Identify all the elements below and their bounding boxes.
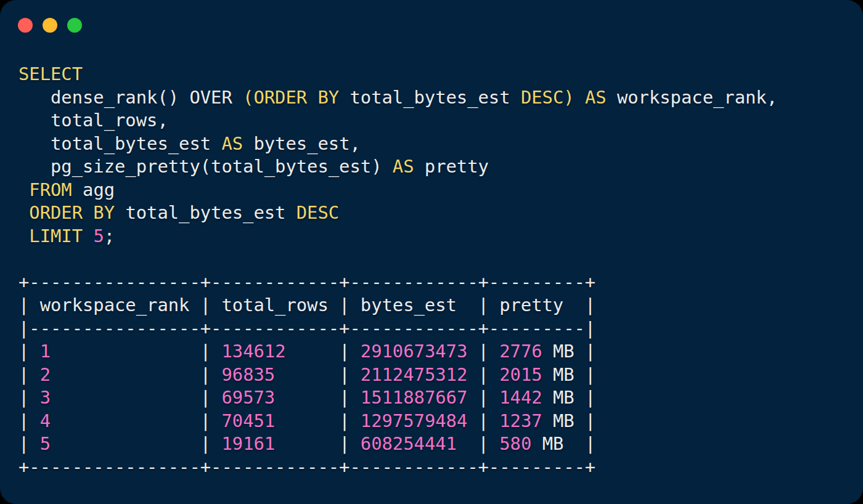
table-row: | 5 | 19161 | 608254441 | 580 MB | bbox=[18, 433, 777, 456]
table-cell-text bbox=[467, 387, 478, 408]
table-cell-text bbox=[211, 433, 221, 454]
table-cell-divider: | bbox=[585, 364, 595, 385]
table-cell-text bbox=[211, 364, 221, 385]
table-cell-text bbox=[275, 364, 339, 385]
sql-token bbox=[18, 179, 29, 200]
table-cell-text: MB bbox=[542, 387, 585, 408]
table-cell-text bbox=[275, 410, 339, 431]
table-cell-divider: | bbox=[478, 387, 489, 408]
table-cell-divider: | bbox=[200, 364, 211, 385]
table-cell-text: 4 bbox=[40, 410, 51, 431]
sql-line: total_rows, bbox=[18, 109, 777, 132]
table-bottom-border: +----------------+------------+---------… bbox=[18, 456, 777, 479]
table-cell-text: 1442 bbox=[499, 387, 542, 408]
table-header-separator: |----------------+------------+---------… bbox=[18, 317, 777, 341]
table-cell-divider: | bbox=[18, 410, 29, 431]
table-cell-divider: | bbox=[585, 387, 595, 408]
table-cell-text: 2015 bbox=[499, 364, 542, 385]
table-row: | 4 | 70451 | 1297579484 | 1237 MB | bbox=[18, 410, 777, 433]
table-cell-divider: | bbox=[18, 341, 29, 362]
sql-line: FROM agg bbox=[18, 179, 777, 202]
table-cell-text bbox=[51, 387, 200, 408]
sql-token: workspace_rank, bbox=[607, 87, 777, 108]
table-cell-text bbox=[51, 364, 200, 385]
sql-line: SELECT bbox=[18, 63, 777, 86]
sql-token: ORDER BY bbox=[29, 202, 115, 223]
table-cell-text: MB bbox=[542, 410, 585, 431]
sql-token bbox=[575, 87, 585, 108]
table-cell-text: 580 bbox=[499, 433, 531, 454]
table-cell-text bbox=[29, 387, 39, 408]
table-cell-text: 96835 bbox=[221, 364, 275, 385]
table-cell-divider: | bbox=[585, 433, 595, 454]
sql-token: DESC bbox=[297, 202, 339, 223]
table-cell-text: 2112475312 bbox=[361, 364, 467, 385]
table-cell-text bbox=[285, 341, 339, 362]
sql-token: pg_size_pretty(total_bytes_est) bbox=[18, 156, 393, 177]
sql-token: FROM bbox=[29, 179, 72, 200]
table-cell-divider: | bbox=[478, 433, 489, 454]
table-cell-text bbox=[29, 341, 39, 362]
window-controls bbox=[18, 18, 82, 33]
table-cell-text bbox=[350, 410, 361, 431]
table-cell-text: MB bbox=[542, 364, 585, 385]
sql-token: LIMIT bbox=[29, 226, 83, 246]
table-cell-text bbox=[350, 433, 361, 454]
table-cell-text bbox=[275, 433, 339, 454]
maximize-button[interactable] bbox=[67, 18, 82, 33]
sql-token: (ORDER BY bbox=[243, 87, 339, 108]
table-cell-text: 608254441 bbox=[361, 433, 457, 454]
sql-line: ORDER BY total_bytes_est DESC bbox=[18, 201, 777, 225]
terminal-content: SELECT dense_rank() OVER (ORDER BY total… bbox=[18, 63, 777, 479]
table-cell-text bbox=[350, 364, 361, 385]
sql-token bbox=[83, 226, 93, 246]
table-cell-text: 1297579484 bbox=[361, 410, 467, 431]
close-button[interactable] bbox=[18, 18, 33, 33]
table-row: | 1 | 134612 | 2910673473 | 2776 MB | bbox=[18, 340, 777, 364]
table-cell-text bbox=[51, 341, 200, 362]
table-cell-text: 5 bbox=[40, 433, 51, 454]
table-cell-text: 2910673473 bbox=[361, 341, 467, 362]
table-cell-divider: | bbox=[200, 341, 211, 362]
table-cell-text bbox=[51, 410, 200, 431]
sql-token: dense_rank() OVER bbox=[18, 87, 243, 108]
table-cell-divider: | bbox=[478, 364, 489, 385]
table-cell-text bbox=[489, 410, 499, 431]
table-cell-text bbox=[350, 387, 361, 408]
table-cell-divider: | bbox=[200, 433, 211, 454]
sql-token: total_bytes_est bbox=[115, 202, 297, 223]
table-cell-text: MB bbox=[542, 341, 585, 362]
table-cell-text bbox=[275, 387, 339, 408]
table-cell-text: 134612 bbox=[221, 341, 285, 362]
minimize-button[interactable] bbox=[43, 18, 57, 33]
table-cell-text bbox=[350, 341, 361, 362]
table-cell-text bbox=[457, 433, 478, 454]
table-cell-text: 2 bbox=[40, 364, 51, 385]
table-cell-divider: | bbox=[18, 433, 29, 454]
table-cell-text bbox=[489, 433, 499, 454]
sql-token: SELECT bbox=[18, 63, 83, 84]
sql-token: total_rows, bbox=[18, 110, 168, 131]
sql-token: AS bbox=[585, 87, 607, 108]
table-cell-divider: | bbox=[339, 387, 350, 408]
sql-token: agg bbox=[72, 179, 115, 200]
table-cell-divider: | bbox=[339, 341, 350, 362]
table-cell-divider: | bbox=[339, 410, 350, 431]
table-cell-text bbox=[467, 341, 478, 362]
sql-line: total_bytes_est AS bytes_est, bbox=[18, 132, 777, 156]
table-row: | 3 | 69573 | 1511887667 | 1442 MB | bbox=[18, 386, 777, 410]
sql-token: pretty bbox=[414, 156, 489, 177]
table-cell-text bbox=[211, 341, 221, 362]
table-cell-divider: | bbox=[339, 364, 350, 385]
table-row: | 2 | 96835 | 2112475312 | 2015 MB | bbox=[18, 364, 777, 387]
sql-token: total_bytes_est bbox=[339, 87, 521, 108]
table-cell-text bbox=[489, 341, 499, 362]
table-cell-text bbox=[211, 410, 221, 431]
sql-token: 5 bbox=[93, 226, 104, 246]
sql-line: dense_rank() OVER (ORDER BY total_bytes_… bbox=[18, 86, 777, 110]
table-cell-text bbox=[51, 433, 200, 454]
table-cell-text bbox=[29, 364, 39, 385]
table-frame-text: +----------------+------------+---------… bbox=[18, 272, 595, 293]
table-cell-divider: | bbox=[18, 387, 29, 408]
table-cell-text bbox=[489, 387, 499, 408]
